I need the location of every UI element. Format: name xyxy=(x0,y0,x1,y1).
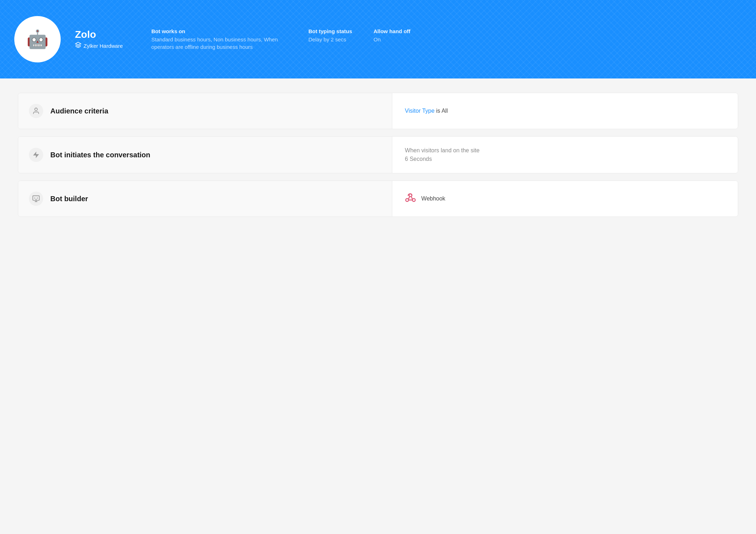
bot-initiates-left: Bot initiates the conversation xyxy=(18,137,392,173)
bot-builder-title: Bot builder xyxy=(50,195,88,203)
webhook-label: Webhook xyxy=(421,195,445,202)
bot-works-on-value: Standard business hours, Non business ho… xyxy=(151,36,287,51)
svg-marker-2 xyxy=(33,152,39,158)
audience-criteria-left: Audience criteria xyxy=(18,93,392,129)
bot-typing-status-item: Bot typing status Delay by 2 secs xyxy=(308,28,352,51)
audience-criteria-right: Visitor Type is All xyxy=(392,93,738,129)
trigger-line2: 6 Seconds xyxy=(405,156,479,162)
visitor-type-link[interactable]: Visitor Type xyxy=(405,108,434,114)
layers-icon xyxy=(75,42,81,50)
header: 🤖 Zolo Zylker Hardware Bot works on Stan… xyxy=(0,0,756,78)
bot-works-on-item: Bot works on Standard business hours, No… xyxy=(151,28,287,51)
allow-hand-off-item: Allow hand off On xyxy=(374,28,410,51)
webhook-icon xyxy=(405,192,416,206)
bot-builder-icon xyxy=(29,192,43,206)
svg-point-6 xyxy=(34,198,35,199)
bot-initiates-details: When visitors land on the site 6 Seconds xyxy=(405,147,479,162)
bot-org: Zylker Hardware xyxy=(75,42,123,50)
bot-builder-right: Webhook xyxy=(392,181,738,217)
visitor-type-value: is All xyxy=(434,108,448,114)
webhook-row: Webhook xyxy=(405,192,445,206)
bolt-icon xyxy=(29,148,43,162)
allow-hand-off-label: Allow hand off xyxy=(374,28,410,34)
main-content: Audience criteria Visitor Type is All Bo… xyxy=(0,78,756,231)
svg-point-9 xyxy=(413,198,415,201)
bot-initiates-title: Bot initiates the conversation xyxy=(50,151,150,159)
bot-works-on-label: Bot works on xyxy=(151,28,287,34)
bot-typing-status-label: Bot typing status xyxy=(308,28,352,34)
svg-marker-0 xyxy=(76,42,81,45)
bot-info: Zolo Zylker Hardware xyxy=(75,29,123,50)
audience-criteria-title: Audience criteria xyxy=(50,107,108,115)
bot-name: Zolo xyxy=(75,29,123,40)
bot-org-name: Zylker Hardware xyxy=(84,43,123,49)
visitor-type-row: Visitor Type is All xyxy=(405,108,448,114)
bot-avatar-icon: 🤖 xyxy=(26,29,49,50)
person-icon xyxy=(29,104,43,118)
bot-typing-status-value: Delay by 2 secs xyxy=(308,36,352,43)
allow-hand-off-value: On xyxy=(374,36,410,43)
bot-initiates-card: Bot initiates the conversation When visi… xyxy=(18,136,738,173)
bot-avatar: 🤖 xyxy=(14,16,61,62)
bot-builder-card: Bot builder Webhook xyxy=(18,180,738,217)
audience-criteria-card: Audience criteria Visitor Type is All xyxy=(18,93,738,129)
bot-meta: Bot works on Standard business hours, No… xyxy=(151,28,410,51)
bot-initiates-right: When visitors land on the site 6 Seconds xyxy=(392,137,738,173)
bot-builder-left: Bot builder xyxy=(18,181,392,217)
trigger-line1: When visitors land on the site xyxy=(405,147,479,154)
svg-point-1 xyxy=(35,108,37,111)
svg-point-7 xyxy=(37,198,38,199)
svg-point-10 xyxy=(409,194,412,197)
